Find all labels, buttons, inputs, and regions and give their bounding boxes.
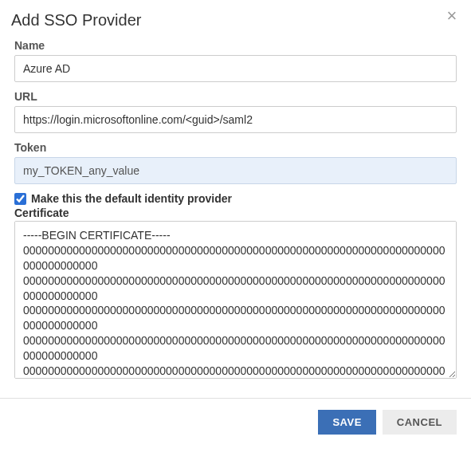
dialog-footer: SAVE CANCEL	[0, 399, 471, 446]
dialog-header: Add SSO Provider ×	[0, 0, 471, 36]
token-label: Token	[14, 141, 457, 154]
name-group: Name	[14, 39, 457, 82]
name-label: Name	[14, 39, 457, 52]
dialog-title: Add SSO Provider	[11, 11, 457, 30]
dialog-body: Name URL Token Make this the default ide…	[0, 36, 471, 399]
default-provider-checkbox[interactable]	[14, 193, 26, 205]
add-sso-provider-dialog: Add SSO Provider × Name URL Token Make t…	[0, 0, 471, 476]
certificate-group: Certificate	[14, 207, 457, 382]
token-group: Token	[14, 141, 457, 184]
save-button[interactable]: SAVE	[318, 410, 375, 435]
token-input[interactable]	[14, 157, 457, 184]
url-label: URL	[14, 90, 457, 103]
close-icon: ×	[447, 6, 457, 26]
cancel-button[interactable]: CANCEL	[383, 410, 457, 435]
certificate-textarea[interactable]	[14, 221, 457, 379]
url-input[interactable]	[14, 106, 457, 133]
close-button[interactable]: ×	[444, 8, 460, 24]
name-input[interactable]	[14, 55, 457, 82]
default-provider-row: Make this the default identity provider	[14, 192, 457, 205]
default-provider-label[interactable]: Make this the default identity provider	[31, 192, 232, 205]
certificate-label: Certificate	[14, 207, 457, 219]
url-group: URL	[14, 90, 457, 133]
